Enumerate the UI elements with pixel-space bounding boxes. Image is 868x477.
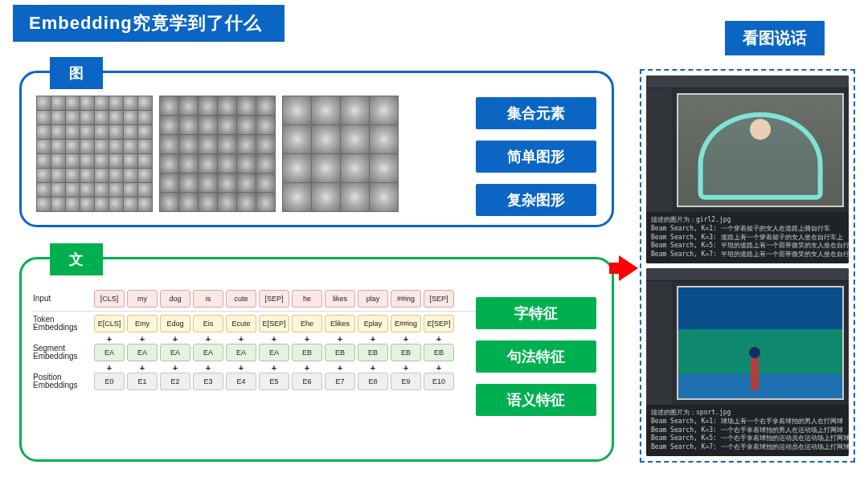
feature-cell (312, 125, 340, 153)
token-cell: Ehe (292, 315, 322, 332)
token-cell: play (358, 290, 388, 308)
plus-icon: + (259, 334, 289, 344)
feature-cell (283, 183, 311, 211)
feature-cell (37, 198, 51, 211)
feature-cell (283, 96, 311, 124)
example-sport: 描述的图片为：sport.jpg Beam Search, K=1: 球场上有一… (646, 268, 849, 456)
feature-cell (138, 198, 152, 211)
feature-cell (218, 96, 236, 115)
feature-cell (95, 198, 108, 211)
token-cell: Emy (127, 315, 158, 332)
feature-cell (124, 198, 137, 211)
plus-icon: + (127, 363, 158, 373)
plus-icon: + (226, 363, 256, 373)
feature-cell (179, 173, 198, 192)
text-side-labels: 字特征 句法特征 语义特征 (476, 297, 596, 416)
feature-cell (370, 183, 398, 211)
feature-cell (237, 96, 256, 115)
feature-cell (237, 135, 256, 153)
token-cell: cute (226, 290, 256, 308)
row-label-segment: Segment Embeddings (33, 344, 94, 361)
feature-grids (36, 96, 399, 212)
feature-cell (51, 169, 65, 182)
token-cell: [SEP] (259, 290, 289, 308)
token-cell: E5 (259, 373, 289, 390)
plus-icon: + (292, 334, 322, 344)
feature-cell (138, 169, 152, 182)
feature-cell (160, 154, 178, 173)
label-simple-shapes: 简单图形 (476, 141, 596, 173)
token-cell: E1 (127, 373, 158, 390)
feature-cell (124, 183, 137, 197)
feature-cell (51, 198, 65, 211)
caption-output-girl: 描述的图片为：girl2.jpg Beam Search, K=1: 一个穿着裙… (646, 212, 849, 263)
token-cell: [SEP] (424, 290, 454, 308)
token-cell: [CLS] (94, 290, 125, 308)
caption-label: 看图说话 (725, 21, 825, 55)
plus-icon: + (424, 334, 454, 344)
token-cell: EA (226, 344, 256, 361)
window-titlebar (646, 268, 849, 281)
feature-cell (218, 116, 236, 134)
label-char-feature: 字特征 (476, 297, 596, 329)
token-cell: Elikes (325, 315, 355, 332)
feature-cell (256, 116, 275, 134)
token-cell: E8 (358, 373, 388, 390)
image-girl-bicycle (677, 93, 844, 207)
token-cell: Eis (193, 315, 223, 332)
feature-cell (109, 125, 123, 139)
plus-icon: + (292, 363, 322, 373)
feature-cell (341, 183, 369, 211)
token-cell: E6 (292, 373, 322, 390)
plus-icon: + (193, 334, 223, 344)
slide-title: Embedding究竟学到了什么 (13, 5, 285, 42)
feature-cell (66, 96, 80, 110)
feature-cell (109, 198, 123, 211)
feature-cell (66, 125, 80, 139)
arrow-right-icon (619, 255, 638, 281)
feature-cell (283, 154, 311, 182)
token-cell: E9 (391, 373, 421, 390)
feature-cell (109, 154, 123, 168)
caption-output-sport: 描述的图片为：sport.jpg Beam Search, K=1: 球场上有一… (646, 405, 849, 456)
feature-cell (66, 183, 80, 197)
feature-cell (160, 135, 178, 153)
token-cell: likes (325, 290, 355, 308)
feature-cell (138, 140, 152, 153)
plus-icon: + (391, 334, 421, 344)
feature-cell (218, 173, 236, 192)
feature-cell (95, 111, 108, 124)
feature-cell (312, 154, 340, 182)
feature-cell (51, 111, 65, 124)
plus-icon: + (94, 334, 125, 344)
window-sidebar (646, 88, 672, 212)
feature-cell (256, 173, 275, 192)
feature-grid-high (282, 96, 399, 212)
row-label-token: Token Embeddings (33, 316, 94, 332)
token-cell: E3 (193, 373, 223, 390)
token-cell: E2 (160, 373, 190, 390)
label-syntax-feature: 句法特征 (476, 340, 596, 373)
example-girl: 描述的图片为：girl2.jpg Beam Search, K=1: 一个穿着裙… (646, 75, 849, 263)
token-cell: EB (292, 344, 322, 361)
token-cell: E7 (325, 373, 355, 390)
plus-icon: + (127, 334, 158, 344)
feature-cell (66, 154, 80, 168)
feature-grid-low (36, 96, 153, 212)
feature-cell (179, 116, 198, 134)
token-cell: E[CLS] (94, 315, 125, 332)
feature-cell (80, 198, 94, 211)
feature-cell (80, 154, 94, 168)
token-cell: EB (391, 344, 421, 361)
feature-cell (66, 198, 80, 211)
label-semantic-feature: 语义特征 (476, 384, 596, 416)
feature-cell (256, 193, 275, 211)
feature-cell (218, 135, 236, 153)
feature-cell (341, 125, 369, 153)
plus-icon: + (259, 363, 289, 373)
plus-icon: + (160, 334, 190, 344)
feature-cell (109, 140, 123, 153)
plus-icon: + (325, 363, 355, 373)
panel-image-tag: 图 (50, 57, 103, 89)
feature-cell (179, 135, 198, 153)
